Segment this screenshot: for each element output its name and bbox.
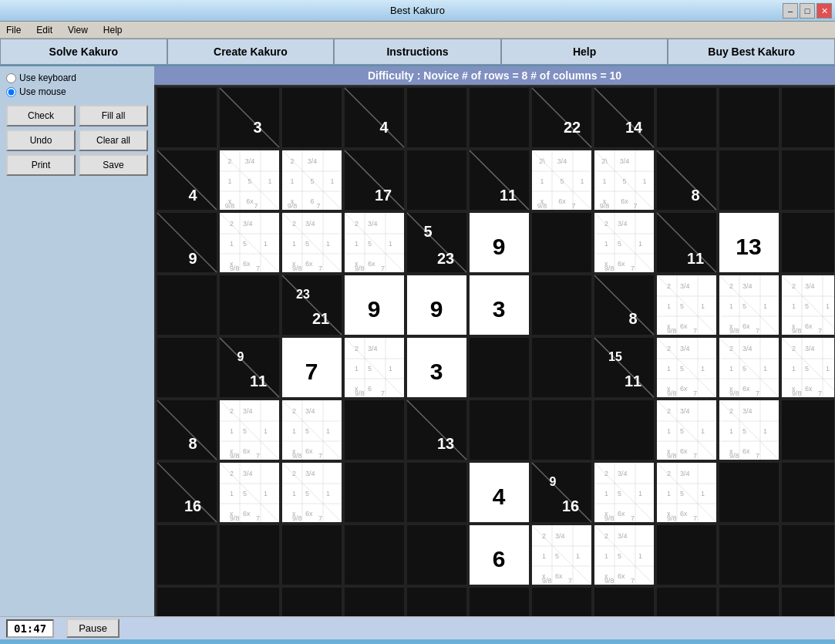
- mouse-radio[interactable]: [6, 87, 16, 97]
- svg-rect-257: [532, 338, 591, 397]
- svg-text:7: 7: [818, 389, 822, 397]
- svg-text:2: 2: [667, 407, 671, 415]
- svg-rect-172: [220, 275, 279, 335]
- nav-buy[interactable]: Buy Best Kakuro: [668, 39, 835, 65]
- difficulty-text: Difficulty : Novice # of rows = 8 # of c…: [368, 69, 621, 82]
- svg-text:2: 2: [292, 220, 296, 228]
- svg-text:3/4: 3/4: [308, 157, 318, 165]
- svg-text:1: 1: [763, 427, 767, 435]
- svg-text:7: 7: [256, 452, 260, 460]
- svg-text:1: 1: [326, 490, 330, 497]
- keyboard-radio-row: Use keyboard: [6, 72, 148, 83]
- svg-text:9/8: 9/8: [792, 389, 802, 397]
- timer-display: 01:47: [6, 619, 54, 638]
- svg-text:13: 13: [437, 435, 454, 452]
- svg-rect-183: [532, 275, 591, 335]
- svg-text:9/8: 9/8: [225, 202, 235, 210]
- svg-rect-412: [407, 463, 466, 522]
- svg-text:7: 7: [756, 452, 759, 460]
- svg-text:2: 2: [604, 220, 608, 228]
- svg-text:5: 5: [680, 302, 684, 310]
- svg-rect-493: [282, 588, 342, 616]
- svg-text:1: 1: [292, 427, 296, 435]
- svg-text:9: 9: [493, 234, 506, 259]
- svg-text:13: 13: [736, 234, 761, 259]
- svg-text:7: 7: [316, 202, 320, 210]
- svg-text:7: 7: [756, 389, 759, 397]
- title-bar: Best Kakuro – □ ✕: [0, 0, 835, 22]
- svg-rect-17: [657, 88, 716, 147]
- svg-text:9/8: 9/8: [292, 265, 302, 272]
- svg-text:2: 2: [230, 407, 234, 415]
- svg-text:1: 1: [230, 427, 234, 435]
- left-panel: Use keyboard Use mouse Check Fill all Un…: [0, 66, 154, 616]
- keyboard-radio[interactable]: [6, 73, 16, 83]
- svg-text:2: 2: [792, 345, 796, 352]
- nav-help[interactable]: Help: [501, 39, 668, 65]
- svg-text:5: 5: [742, 365, 746, 373]
- fill-all-button[interactable]: Fill all: [79, 105, 148, 126]
- menu-view[interactable]: View: [65, 23, 91, 37]
- svg-text:23: 23: [437, 250, 454, 267]
- pause-button[interactable]: Pause: [66, 619, 120, 638]
- menu-help[interactable]: Help: [100, 23, 126, 37]
- svg-rect-56: [407, 150, 466, 210]
- svg-text:1: 1: [264, 240, 268, 248]
- restore-button[interactable]: □: [800, 3, 815, 19]
- svg-rect-345: [532, 400, 591, 460]
- svg-text:11: 11: [625, 373, 641, 389]
- svg-text:5: 5: [742, 427, 746, 435]
- svg-rect-501: [782, 588, 834, 616]
- menu-file[interactable]: File: [3, 23, 24, 37]
- kakuro-grid[interactable]: .blk { fill: #111; } .wht { fill: white;…: [154, 85, 835, 616]
- svg-text:5: 5: [305, 427, 309, 435]
- svg-text:6x: 6x: [680, 447, 688, 455]
- print-button[interactable]: Print: [6, 154, 76, 176]
- svg-text:7: 7: [568, 577, 572, 585]
- check-button[interactable]: Check: [6, 105, 76, 126]
- svg-text:1: 1: [604, 240, 608, 248]
- svg-rect-498: [594, 588, 654, 616]
- svg-text:3/4: 3/4: [680, 470, 690, 477]
- svg-text:6x: 6x: [805, 385, 813, 393]
- save-button[interactable]: Save: [79, 154, 148, 176]
- svg-text:8: 8: [691, 187, 699, 204]
- svg-text:2: 2: [355, 345, 359, 352]
- nav-instructions[interactable]: Instructions: [334, 39, 501, 65]
- menu-edit[interactable]: Edit: [33, 23, 56, 37]
- nav-create[interactable]: Create Kakuro: [167, 39, 335, 65]
- undo-button[interactable]: Undo: [6, 130, 76, 151]
- svg-text:9/8: 9/8: [667, 327, 677, 335]
- svg-text:3/4: 3/4: [243, 470, 253, 477]
- input-mode-group: Use keyboard Use mouse: [6, 72, 148, 97]
- svg-text:6x: 6x: [558, 197, 566, 205]
- svg-text:2: 2: [792, 282, 796, 290]
- svg-text:1: 1: [602, 177, 606, 185]
- svg-text:2: 2: [292, 407, 296, 415]
- svg-text:3/4: 3/4: [618, 532, 628, 540]
- svg-text:5: 5: [680, 427, 684, 435]
- svg-text:3/4: 3/4: [680, 407, 690, 415]
- svg-text:9/8: 9/8: [729, 327, 739, 335]
- svg-text:7: 7: [631, 514, 635, 522]
- svg-text:6: 6: [493, 546, 506, 572]
- close-button[interactable]: ✕: [816, 3, 832, 19]
- svg-text:9/8: 9/8: [600, 202, 610, 210]
- minimize-button[interactable]: –: [783, 3, 798, 19]
- clear-all-button[interactable]: Clear all: [79, 130, 148, 151]
- svg-text:1: 1: [355, 365, 359, 373]
- svg-text:1: 1: [642, 177, 646, 185]
- svg-text:3: 3: [430, 359, 443, 384]
- svg-text:3/4: 3/4: [805, 345, 815, 352]
- svg-text:3/4: 3/4: [305, 220, 315, 228]
- svg-rect-490: [782, 525, 834, 585]
- svg-text:9: 9: [237, 350, 244, 363]
- svg-text:6: 6: [368, 385, 372, 393]
- svg-rect-1: [157, 88, 217, 147]
- svg-rect-256: [470, 338, 529, 397]
- svg-rect-496: [470, 588, 529, 616]
- svg-text:1: 1: [729, 365, 733, 373]
- nav-solve[interactable]: Solve Kakuro: [0, 39, 167, 65]
- control-buttons: Check Fill all Undo Clear all Print Save: [6, 105, 148, 176]
- svg-text:5: 5: [243, 490, 247, 497]
